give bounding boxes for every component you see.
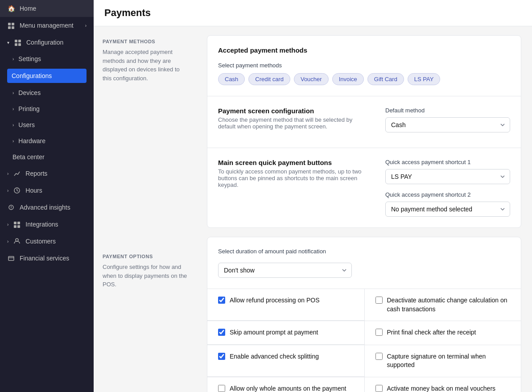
sidebar-item-hours-label: Hours (25, 187, 42, 194)
print-check-checkbox[interactable] (375, 329, 383, 336)
chevron-customers: › (7, 239, 8, 244)
skip-amount-checkbox[interactable] (218, 329, 225, 336)
capture-sig-label: Capture signature on terminal when suppo… (387, 352, 511, 370)
default-method-select[interactable]: Cash Credit card Voucher Invoice Gift Ca… (385, 117, 510, 132)
sidebar-item-users-label: Users (18, 121, 35, 128)
payment-screen-title: Payment screen configuration (218, 107, 367, 115)
chevron-hours: › (7, 188, 8, 193)
payment-methods-desc-panel: PAYMENT METHODS Manage accepted payment … (94, 26, 196, 93)
svg-rect-3 (12, 26, 14, 29)
whole-amounts-label: Allow only whole amounts on the payment … (230, 384, 354, 392)
meal-vouchers-label: Activate money back on meal vouchers (387, 384, 511, 392)
sidebar-item-devices[interactable]: › Devices (0, 85, 94, 101)
svg-rect-6 (15, 43, 17, 46)
tag-cash[interactable]: Cash (218, 73, 245, 85)
sidebar-item-hardware-label: Hardware (18, 137, 45, 144)
sidebar-item-printing-label: Printing (18, 105, 39, 112)
quick-payment-section: Main screen quick payment buttons To qui… (207, 148, 521, 227)
payment-screen-desc: Choose the payment method that will be s… (218, 116, 367, 130)
checkbox-capture-sig: Capture signature on terminal when suppo… (364, 345, 521, 377)
payment-options-card: Select duration of amount paid notificat… (207, 237, 521, 392)
svg-rect-4 (15, 40, 17, 42)
whole-amounts-checkbox[interactable] (218, 385, 225, 392)
payment-methods-description: Manage accepted payment methods and how … (103, 48, 187, 83)
shortcut1-label: Quick access payment shortcut 1 (385, 159, 510, 165)
deactivate-checkbox[interactable] (375, 297, 383, 304)
sidebar-item-hardware[interactable]: › Hardware (0, 133, 94, 149)
checkbox-row-3: Enable advanced check splitting Capture … (207, 345, 521, 377)
tag-invoice[interactable]: Invoice (332, 73, 364, 85)
tag-gift-card[interactable]: Gift Card (367, 73, 404, 85)
sidebar-item-beta-center[interactable]: Beta center (0, 149, 94, 165)
chevron-reports: › (7, 171, 8, 176)
financial-icon (7, 254, 15, 262)
svg-point-16 (16, 239, 18, 241)
duration-select[interactable]: Don't show 1 second 2 seconds 3 seconds … (218, 263, 352, 278)
chevron-devices: › (12, 91, 14, 95)
sidebar-item-users[interactable]: › Users (0, 117, 94, 133)
refund-checkbox[interactable] (218, 297, 225, 304)
chevron-printing: › (12, 107, 14, 111)
sidebar-item-settings-label: Settings (18, 55, 41, 62)
sidebar-item-settings[interactable]: › Settings (0, 51, 94, 67)
tag-voucher[interactable]: Voucher (294, 73, 329, 85)
sidebar-item-printing[interactable]: › Printing (0, 101, 94, 117)
sidebar-item-reports[interactable]: › Reports (0, 165, 94, 182)
tag-ls-pay[interactable]: LS PAY (408, 73, 441, 85)
main-content: Payments PAYMENT METHODS Manage accepted… (94, 0, 532, 392)
payment-options-desc-panel: PAYMENT OPTIONS Configure settings for h… (94, 93, 196, 300)
hours-icon (13, 186, 21, 194)
capture-sig-checkbox[interactable] (375, 353, 383, 360)
accepted-methods-title: Accepted payment methods (218, 46, 510, 54)
sidebar-item-reports-label: Reports (25, 170, 47, 177)
svg-rect-13 (17, 222, 20, 224)
duration-section: Select duration of amount paid notificat… (207, 237, 521, 289)
accepted-methods-section: Accepted payment methods Select payment … (207, 36, 521, 96)
sidebar-item-home[interactable]: 🏠 Home (0, 0, 94, 17)
quick-buttons-title: Main screen quick payment buttons (218, 159, 367, 166)
duration-label: Select duration of amount paid notificat… (218, 248, 510, 255)
advanced-split-label: Enable advanced check splitting (230, 352, 319, 361)
sidebar-item-configurations-label: Configurations (12, 72, 52, 79)
page-header: Payments (94, 0, 532, 26)
payment-screen-twocol: Payment screen configuration Choose the … (218, 107, 510, 137)
advanced-split-checkbox[interactable] (218, 353, 225, 360)
payment-screen-left: Payment screen configuration Choose the … (218, 107, 367, 137)
checkbox-whole-amounts: Allow only whole amounts on the payment … (207, 377, 364, 392)
svg-rect-15 (17, 225, 20, 228)
svg-rect-5 (18, 40, 21, 42)
shortcut2-select[interactable]: No payment method selected Cash Credit c… (385, 202, 510, 217)
sidebar-item-financial-services[interactable]: Financial services (0, 250, 94, 267)
svg-rect-12 (14, 222, 16, 224)
reports-icon (13, 169, 21, 177)
checkbox-refund: Allow refund processing on POS (207, 289, 364, 321)
checkbox-skip-amount: Skip amount prompt at payment (207, 321, 364, 345)
sidebar-item-menu-management[interactable]: Menu management › (0, 17, 94, 34)
svg-rect-0 (8, 23, 11, 25)
payment-methods-label: PAYMENT METHODS (103, 39, 187, 44)
sidebar-item-integrations-label: Integrations (25, 221, 58, 228)
expand-chevron-settings: › (12, 57, 14, 62)
sidebar-item-advanced-insights[interactable]: Advanced insights (0, 199, 94, 216)
chevron-hardware: › (12, 139, 14, 144)
quick-buttons-desc: To quickly access common payment methods… (218, 168, 367, 188)
quick-payment-left: Main screen quick payment buttons To qui… (218, 159, 367, 195)
svg-rect-17 (8, 256, 14, 260)
payment-screen-config-section: Payment screen configuration Choose the … (207, 96, 521, 148)
shortcut1-select[interactable]: No payment method selected Cash Credit c… (385, 169, 510, 184)
svg-rect-14 (14, 225, 16, 228)
insights-icon (7, 203, 15, 211)
sidebar-item-hours[interactable]: › Hours (0, 182, 94, 199)
config-icon (14, 38, 22, 46)
sidebar-item-configurations[interactable]: Configurations (7, 69, 87, 83)
sidebar: 🏠 Home Menu management › ▾ Configuration… (0, 0, 94, 392)
checkbox-row-1: Allow refund processing on POS Deactivat… (207, 289, 521, 321)
select-methods-label: Select payment methods (218, 62, 510, 69)
sidebar-item-config-label: Configuration (26, 39, 63, 46)
sidebar-item-configuration[interactable]: ▾ Configuration (0, 34, 94, 51)
sidebar-item-customers[interactable]: › Customers (0, 233, 94, 250)
tag-credit-card[interactable]: Credit card (248, 73, 290, 85)
checkbox-deactivate: Deactivate automatic change calculation … (364, 289, 521, 321)
sidebar-item-integrations[interactable]: › Integrations (0, 216, 94, 233)
meal-vouchers-checkbox[interactable] (375, 385, 383, 392)
